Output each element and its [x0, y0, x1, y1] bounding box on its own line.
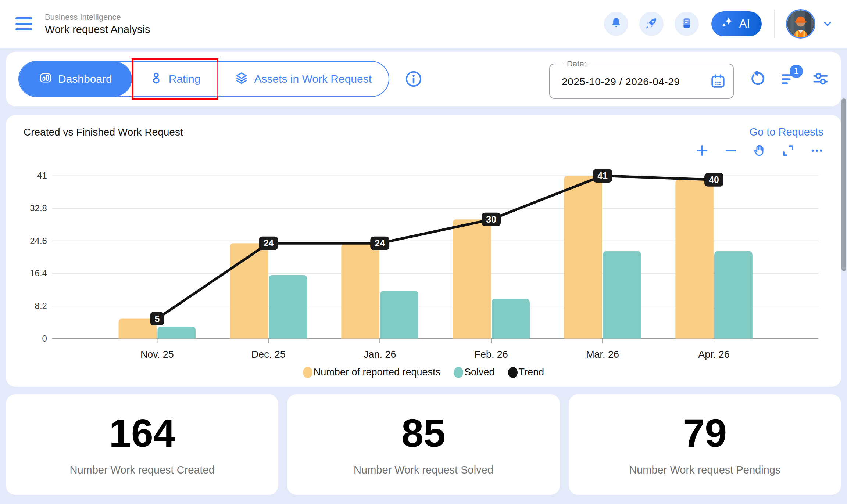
ai-assistant-button[interactable]: AI — [711, 11, 762, 36]
tab-dashboard[interactable]: Dashboard — [19, 62, 132, 96]
legend-marker-reported — [303, 367, 312, 378]
kpi-card-pendings: 79 Number Work request Pendings — [569, 394, 841, 495]
header-actions: AI — [593, 9, 833, 39]
legend-item-reported[interactable]: Number of reported requests — [303, 367, 440, 378]
chart-toolbar — [24, 144, 823, 158]
trend-label-value: 24 — [263, 238, 274, 248]
kpi-label-solved: Number Work request Solved — [354, 464, 493, 476]
scrollbar-thumb[interactable] — [841, 98, 846, 271]
legend-marker-trend — [508, 367, 518, 378]
tab-assets-in-work-request[interactable]: Assets in Work Request — [217, 62, 389, 96]
rocket-icon — [645, 17, 658, 31]
kpi-label-pendings: Number Work request Pendings — [629, 464, 780, 476]
journal-icon — [680, 17, 693, 31]
tab-assets-label: Assets in Work Request — [254, 73, 372, 85]
more-options-button[interactable] — [810, 144, 823, 158]
x-axis-label: Apr. 26 — [698, 349, 729, 360]
tab-rating-label: Rating — [169, 73, 201, 85]
zoom-out-button[interactable] — [724, 144, 737, 158]
bell-icon — [610, 17, 622, 31]
date-range-input[interactable]: 2025-10-29 / 2026-04-29 — [557, 69, 726, 95]
x-axis-label: Nov. 25 — [140, 349, 174, 360]
x-axis-label: Dec. 25 — [251, 349, 286, 360]
sliders-icon — [812, 71, 829, 88]
bar-solved — [380, 291, 418, 339]
calendar-icon[interactable] — [710, 73, 726, 90]
bar-solved — [269, 275, 307, 339]
kpi-card-solved: 85 Number Work request Solved — [287, 394, 560, 495]
menu-icon[interactable] — [15, 17, 32, 30]
refresh-button[interactable] — [749, 71, 765, 88]
go-to-requests-link[interactable]: Go to Requests — [750, 126, 824, 138]
kpi-value-solved: 85 — [401, 413, 446, 453]
chart-card: Created vs Finished Work Request Go to R… — [6, 115, 841, 387]
dashboard-icon — [39, 71, 52, 87]
tab-dashboard-label: Dashboard — [58, 73, 112, 85]
page-scrollbar[interactable] — [841, 48, 847, 504]
y-axis-tick-label: 24.6 — [30, 236, 47, 246]
fullscreen-button[interactable] — [782, 144, 795, 158]
person-icon — [150, 71, 163, 87]
date-range-field: Date: 2025-10-29 / 2026-04-29 — [549, 59, 734, 99]
ai-button-label: AI — [739, 17, 750, 30]
bar-reported — [564, 176, 602, 338]
header-divider — [774, 10, 775, 38]
bar-reported — [341, 243, 379, 338]
settings-sliders-button[interactable] — [812, 71, 829, 88]
date-range-value: 2025-10-29 / 2026-04-29 — [557, 76, 710, 88]
bar-solved — [603, 251, 641, 339]
chevron-down-icon[interactable] — [822, 18, 833, 29]
app-header: Business Intelligence Work request Analy… — [0, 0, 847, 48]
x-axis-label: Feb. 26 — [474, 349, 508, 360]
y-axis-tick-label: 0 — [42, 334, 47, 343]
y-axis-tick-label: 16.4 — [30, 268, 47, 278]
refresh-icon — [749, 71, 765, 88]
whats-new-button[interactable] — [639, 12, 664, 36]
bar-solved — [157, 327, 196, 338]
x-axis-label: Mar. 26 — [586, 349, 619, 360]
info-button[interactable] — [405, 70, 422, 88]
zoom-in-button[interactable] — [696, 144, 709, 158]
date-field-label: Date: — [564, 59, 589, 69]
trend-label-value: 5 — [154, 314, 160, 324]
tab-rating[interactable]: Rating — [132, 62, 218, 96]
kpi-value-pendings: 79 — [683, 413, 727, 453]
toolbar: Dashboard Rating Assets in Work Request … — [6, 52, 841, 106]
trend-label-value: 40 — [709, 174, 719, 185]
filter-button[interactable]: 1 — [781, 71, 797, 88]
pan-button[interactable] — [753, 144, 766, 158]
view-tabs: Dashboard Rating Assets in Work Request — [18, 61, 389, 97]
page-title: Work request Analysis — [45, 24, 150, 36]
kpi-card-created: 164 Number Work request Created — [6, 394, 278, 495]
trend-label-value: 24 — [375, 238, 385, 248]
filter-badge: 1 — [790, 65, 803, 78]
x-axis-label: Jan. 26 — [364, 349, 396, 360]
docs-button[interactable] — [675, 12, 699, 36]
user-avatar[interactable] — [786, 9, 815, 39]
trend-label-value: 41 — [597, 170, 608, 181]
y-axis-tick-label: 32.8 — [30, 203, 47, 213]
legend-item-solved[interactable]: Solved — [454, 367, 495, 378]
info-icon — [405, 83, 422, 89]
sparkle-icon — [721, 16, 734, 32]
bar-solved — [492, 299, 530, 339]
kpi-value-created: 164 — [109, 413, 175, 453]
bar-reported — [453, 219, 491, 338]
kpi-row: 164 Number Work request Created 85 Numbe… — [6, 394, 841, 495]
bar-reported — [675, 180, 714, 338]
chart-title: Created vs Finished Work Request — [24, 126, 183, 138]
kpi-label-created: Number Work request Created — [69, 464, 214, 476]
header-titles: Business Intelligence Work request Analy… — [45, 12, 150, 36]
trend-label-value: 30 — [486, 214, 496, 224]
layers-icon — [235, 71, 248, 87]
y-axis-tick-label: 8.2 — [35, 301, 47, 311]
chart-legend: Number of reported requests Solved Trend — [24, 367, 823, 378]
bar-chart: 08.216.424.632.841Nov. 25Dec. 25Jan. 26F… — [24, 159, 823, 363]
bar-solved — [714, 251, 753, 339]
y-axis-tick-label: 41 — [37, 170, 47, 180]
legend-marker-solved — [454, 367, 463, 378]
app-title: Business Intelligence — [45, 12, 150, 22]
legend-item-trend[interactable]: Trend — [508, 367, 544, 378]
notifications-button[interactable] — [604, 12, 628, 36]
